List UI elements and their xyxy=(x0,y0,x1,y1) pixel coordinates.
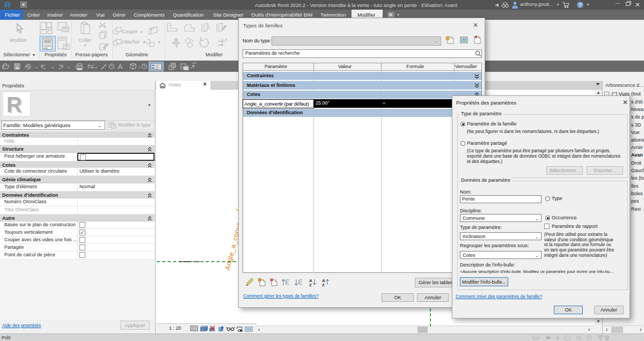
svg-text:Z: Z xyxy=(322,283,325,287)
svg-text:Z: Z xyxy=(309,283,312,287)
